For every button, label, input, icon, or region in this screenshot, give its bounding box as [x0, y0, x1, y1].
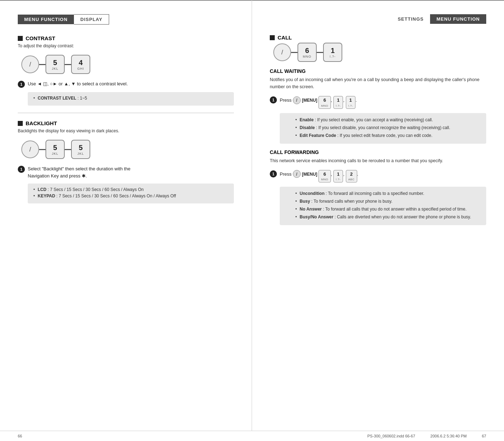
left-header: MENU FUNCTION DISPLAY — [18, 14, 234, 25]
call-forwarding-step-text: Press / [MENU] 6MNO, 1!.?-, 2ABC. — [280, 170, 358, 183]
separator-1 — [18, 113, 234, 113]
backlight-step: 1 Select "Backlight" then select the dur… — [18, 165, 234, 179]
cw-enable-item: Enable : If you select enable, you can a… — [295, 117, 481, 123]
settings-label: SETTINGS — [391, 14, 430, 24]
backlight-info-box: LCD : 7 Secs / 15 Secs / 30 Secs / 60 Se… — [28, 184, 234, 203]
left-page-num: 66 — [18, 434, 22, 438]
cf-key-2: 2ABC — [346, 170, 357, 183]
cw-key-1b: 1!.?- — [346, 96, 356, 109]
cf-slash-icon: / — [293, 170, 301, 178]
page-footer: 66 PS-300_060602.indd 66-67 2006.6.2 5:3… — [0, 431, 504, 441]
contrast-title: CONTRAST — [18, 35, 234, 41]
call-forwarding-info-box: Uncondition : To forward all incoming ca… — [280, 187, 486, 225]
connector6 — [317, 52, 323, 53]
key-5-jkl-backlight-2: 5 JKL — [71, 140, 90, 159]
contrast-step-text: Use ◄ ◫, ○► or ▲, ▼ to select a contrast… — [28, 80, 128, 87]
step-circle-1: 1 — [18, 81, 25, 88]
cw-disable-item: Disable : If you select disable, you can… — [295, 124, 481, 131]
backlight-title: BACKLIGHT — [18, 120, 234, 126]
cf-busy-no-answer-item: Busy/No Answer : Calls are diverted when… — [295, 214, 481, 220]
cf-key-1: 1!.?- — [333, 170, 343, 183]
slash-key-contrast: / — [21, 55, 39, 73]
cf-step-circle: 1 — [270, 170, 277, 177]
right-header-tab: MENU FUNCTION — [430, 14, 486, 24]
contrast-info-box: CONTRAST LEVEL : 1~5 — [28, 92, 234, 106]
cw-menu-key: [MENU] — [302, 97, 317, 103]
cf-key-6: 6MNO — [318, 170, 331, 183]
cw-key-6: 6MNO — [318, 96, 331, 109]
backlight-lcd-item: LCD : 7 Secs / 15 Secs / 30 Secs / 60 Se… — [33, 187, 228, 192]
left-header-tab2: DISPLAY — [74, 14, 109, 25]
backlight-keypad-item: KEYPAD : 7 Secs / 15 Secs / 30 Secs / 60… — [33, 193, 228, 198]
cf-uncondition-item: Uncondition : To forward all incoming ca… — [295, 190, 481, 197]
connector4 — [65, 149, 71, 150]
call-waiting-list: Enable : If you select enable, you can a… — [295, 117, 481, 139]
key-5-jkl-contrast: 5 JKL — [45, 55, 65, 74]
cf-busy-item: Busy : To forward calls when your phone … — [295, 198, 481, 204]
right-page-num: 67 — [482, 434, 486, 438]
footer-file-info: PS-300_060602.indd 66-67 2006.6.2 5:36:4… — [367, 434, 486, 438]
call-key-diagram: / 6 MNO 1 !.?- — [273, 43, 486, 62]
contrast-info-list: CONTRAST LEVEL : 1~5 — [33, 96, 228, 101]
backlight-key-diagram: / 5 JKL 5 JKL — [21, 140, 234, 159]
connector1 — [39, 64, 45, 65]
right-header: SETTINGS MENU FUNCTION — [270, 14, 486, 24]
cf-no-answer-item: No Answer : To forward all calls that yo… — [295, 206, 481, 212]
left-header-tab1: MENU FUNCTION — [18, 15, 74, 24]
slash-key-call: / — [273, 43, 291, 61]
call-waiting-desc: Notifies you of an incoming call when yo… — [270, 76, 486, 90]
right-page: SETTINGS MENU FUNCTION CALL / 6 MNO 1 !.… — [252, 0, 504, 431]
connector3 — [39, 149, 45, 150]
backlight-step-text: Select "Backlight" then select the durat… — [28, 165, 130, 179]
call-forwarding-list: Uncondition : To forward all incoming ca… — [295, 190, 481, 220]
cf-menu-key: [MENU] — [302, 171, 317, 177]
left-page: MENU FUNCTION DISPLAY CONTRAST To adjust… — [0, 0, 252, 431]
step-circle-2: 1 — [18, 166, 25, 173]
connector5 — [291, 52, 297, 53]
call-forwarding-desc: This network service enables incoming ca… — [270, 157, 486, 164]
call-title: CALL — [270, 34, 486, 41]
cw-edit-item: Edit Feature Code : If you select edit f… — [295, 132, 481, 139]
backlight-square-icon — [18, 121, 23, 126]
backlight-info-list: LCD : 7 Secs / 15 Secs / 30 Secs / 60 Se… — [33, 187, 228, 198]
backlight-desc: Backlights the display for easy viewing … — [18, 128, 234, 133]
cw-step-circle: 1 — [270, 96, 277, 103]
slash-key-backlight: / — [21, 140, 39, 158]
call-waiting-info-box: Enable : If you select enable, you can a… — [280, 113, 486, 144]
call-forwarding-title: CALL FORWARDING — [270, 149, 486, 155]
call-waiting-step-text: Press / [MENU] 6MNO, 1!.?-, 1!.?-. — [280, 96, 357, 109]
contrast-square-icon — [18, 36, 23, 41]
connector2 — [65, 64, 71, 65]
key-5-jkl-backlight-1: 5 JKL — [45, 140, 65, 159]
contrast-key-diagram: / 5 JKL 4 GHI — [21, 55, 234, 74]
contrast-info-item: CONTRAST LEVEL : 1~5 — [33, 96, 228, 101]
call-waiting-step: 1 Press / [MENU] 6MNO, 1!.?-, 1!.?-. — [270, 96, 486, 109]
key-6-mno: 6 MNO — [297, 43, 317, 62]
key-1-punct: 1 !.?- — [323, 43, 342, 62]
contrast-desc: To adjust the display contrast: — [18, 43, 234, 48]
call-forwarding-step: 1 Press / [MENU] 6MNO, 1!.?-, 2ABC. — [270, 170, 486, 183]
contrast-step: 1 Use ◄ ◫, ○► or ▲, ▼ to select a contra… — [18, 80, 234, 88]
call-waiting-title: CALL WAITING — [270, 68, 486, 74]
cw-slash-icon: / — [293, 96, 301, 104]
cw-key-1a: 1!.?- — [333, 96, 343, 109]
call-square-icon — [270, 35, 275, 40]
footer-left: 66 — [18, 434, 22, 438]
key-4-ghi: 4 GHI — [71, 55, 90, 74]
